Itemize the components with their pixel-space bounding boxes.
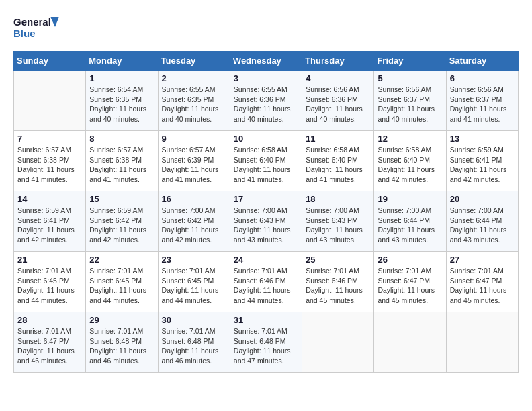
calendar-cell: 29Sunrise: 7:01 AM Sunset: 6:48 PM Dayli… xyxy=(86,312,158,373)
calendar-cell: 26Sunrise: 7:01 AM Sunset: 6:47 PM Dayli… xyxy=(374,252,446,312)
calendar-cell xyxy=(446,312,518,373)
calendar-cell: 10Sunrise: 6:58 AM Sunset: 6:40 PM Dayli… xyxy=(230,131,302,191)
logo: GeneralBlue xyxy=(13,13,60,40)
day-info: Sunrise: 7:00 AM Sunset: 6:44 PM Dayligh… xyxy=(450,205,515,245)
day-info: Sunrise: 6:59 AM Sunset: 6:41 PM Dayligh… xyxy=(17,205,82,245)
day-info: Sunrise: 6:55 AM Sunset: 6:35 PM Dayligh… xyxy=(162,85,226,124)
calendar-cell: 19Sunrise: 7:00 AM Sunset: 6:44 PM Dayli… xyxy=(374,191,446,252)
calendar-cell xyxy=(14,71,86,131)
day-header: Wednesday xyxy=(230,52,302,71)
calendar-week-row: 1Sunrise: 6:54 AM Sunset: 6:35 PM Daylig… xyxy=(14,71,519,131)
calendar-cell: 13Sunrise: 6:59 AM Sunset: 6:41 PM Dayli… xyxy=(446,131,518,191)
day-number: 30 xyxy=(162,315,226,325)
day-number: 17 xyxy=(234,194,298,204)
day-header: Tuesday xyxy=(158,52,230,71)
calendar-week-row: 14Sunrise: 6:59 AM Sunset: 6:41 PM Dayli… xyxy=(14,191,519,252)
calendar-cell: 22Sunrise: 7:01 AM Sunset: 6:45 PM Dayli… xyxy=(86,252,158,312)
day-number: 28 xyxy=(17,315,82,325)
day-number: 21 xyxy=(17,255,82,265)
day-number: 11 xyxy=(306,134,370,144)
day-info: Sunrise: 7:01 AM Sunset: 6:45 PM Dayligh… xyxy=(162,266,226,306)
day-header: Sunday xyxy=(14,52,86,71)
day-number: 3 xyxy=(234,73,298,83)
calendar-week-row: 21Sunrise: 7:01 AM Sunset: 6:45 PM Dayli… xyxy=(14,252,519,312)
day-number: 13 xyxy=(450,134,515,144)
day-info: Sunrise: 6:57 AM Sunset: 6:38 PM Dayligh… xyxy=(17,145,82,185)
calendar-cell: 4Sunrise: 6:56 AM Sunset: 6:36 PM Daylig… xyxy=(302,71,374,131)
day-number: 19 xyxy=(378,194,442,204)
day-number: 12 xyxy=(378,134,442,144)
day-info: Sunrise: 6:56 AM Sunset: 6:37 PM Dayligh… xyxy=(450,85,515,124)
day-info: Sunrise: 7:01 AM Sunset: 6:47 PM Dayligh… xyxy=(17,326,82,366)
day-info: Sunrise: 7:00 AM Sunset: 6:44 PM Dayligh… xyxy=(378,205,442,245)
calendar-cell xyxy=(374,312,446,373)
day-header: Monday xyxy=(86,52,158,71)
calendar-cell: 20Sunrise: 7:00 AM Sunset: 6:44 PM Dayli… xyxy=(446,191,518,252)
calendar-cell: 27Sunrise: 7:01 AM Sunset: 6:47 PM Dayli… xyxy=(446,252,518,312)
day-info: Sunrise: 7:01 AM Sunset: 6:48 PM Dayligh… xyxy=(162,326,226,366)
page-header: GeneralBlue xyxy=(13,13,519,40)
day-info: Sunrise: 6:54 AM Sunset: 6:35 PM Dayligh… xyxy=(89,85,154,124)
day-number: 7 xyxy=(17,134,82,144)
calendar-cell: 12Sunrise: 6:58 AM Sunset: 6:40 PM Dayli… xyxy=(374,131,446,191)
day-header: Thursday xyxy=(302,52,374,71)
calendar-cell: 1Sunrise: 6:54 AM Sunset: 6:35 PM Daylig… xyxy=(86,71,158,131)
day-info: Sunrise: 6:56 AM Sunset: 6:36 PM Dayligh… xyxy=(306,85,370,124)
calendar-cell: 15Sunrise: 6:59 AM Sunset: 6:42 PM Dayli… xyxy=(86,191,158,252)
day-info: Sunrise: 7:01 AM Sunset: 6:46 PM Dayligh… xyxy=(306,266,370,306)
day-info: Sunrise: 6:57 AM Sunset: 6:38 PM Dayligh… xyxy=(89,145,154,185)
calendar-cell: 2Sunrise: 6:55 AM Sunset: 6:35 PM Daylig… xyxy=(158,71,230,131)
day-number: 27 xyxy=(450,255,515,265)
day-number: 2 xyxy=(162,73,226,83)
day-info: Sunrise: 6:58 AM Sunset: 6:40 PM Dayligh… xyxy=(306,145,370,185)
calendar-cell: 8Sunrise: 6:57 AM Sunset: 6:38 PM Daylig… xyxy=(86,131,158,191)
calendar-cell: 6Sunrise: 6:56 AM Sunset: 6:37 PM Daylig… xyxy=(446,71,518,131)
calendar-cell: 14Sunrise: 6:59 AM Sunset: 6:41 PM Dayli… xyxy=(14,191,86,252)
day-number: 14 xyxy=(17,194,82,204)
day-info: Sunrise: 7:01 AM Sunset: 6:45 PM Dayligh… xyxy=(17,266,82,306)
day-number: 26 xyxy=(378,255,442,265)
day-info: Sunrise: 7:00 AM Sunset: 6:43 PM Dayligh… xyxy=(234,205,298,245)
day-number: 4 xyxy=(306,73,370,83)
logo-svg: GeneralBlue xyxy=(13,13,60,40)
calendar-cell: 31Sunrise: 7:01 AM Sunset: 6:48 PM Dayli… xyxy=(230,312,302,373)
day-info: Sunrise: 7:01 AM Sunset: 6:46 PM Dayligh… xyxy=(234,266,298,306)
calendar-cell: 21Sunrise: 7:01 AM Sunset: 6:45 PM Dayli… xyxy=(14,252,86,312)
calendar-cell: 18Sunrise: 7:00 AM Sunset: 6:43 PM Dayli… xyxy=(302,191,374,252)
calendar-cell: 25Sunrise: 7:01 AM Sunset: 6:46 PM Dayli… xyxy=(302,252,374,312)
day-number: 25 xyxy=(306,255,370,265)
calendar-cell xyxy=(302,312,374,373)
calendar-body: 1Sunrise: 6:54 AM Sunset: 6:35 PM Daylig… xyxy=(14,71,519,373)
day-number: 8 xyxy=(89,134,154,144)
day-number: 18 xyxy=(306,194,370,204)
day-info: Sunrise: 7:01 AM Sunset: 6:45 PM Dayligh… xyxy=(89,266,154,306)
day-info: Sunrise: 6:56 AM Sunset: 6:37 PM Dayligh… xyxy=(378,85,442,124)
svg-marker-2 xyxy=(50,17,59,27)
day-number: 20 xyxy=(450,194,515,204)
calendar-cell: 7Sunrise: 6:57 AM Sunset: 6:38 PM Daylig… xyxy=(14,131,86,191)
calendar-header-row: SundayMondayTuesdayWednesdayThursdayFrid… xyxy=(14,52,519,71)
day-number: 22 xyxy=(89,255,154,265)
day-info: Sunrise: 7:01 AM Sunset: 6:48 PM Dayligh… xyxy=(89,326,154,366)
day-info: Sunrise: 6:58 AM Sunset: 6:40 PM Dayligh… xyxy=(378,145,442,185)
day-number: 5 xyxy=(378,73,442,83)
day-number: 15 xyxy=(89,194,154,204)
day-info: Sunrise: 6:55 AM Sunset: 6:36 PM Dayligh… xyxy=(234,85,298,124)
day-info: Sunrise: 7:01 AM Sunset: 6:48 PM Dayligh… xyxy=(234,326,298,366)
day-number: 29 xyxy=(89,315,154,325)
day-info: Sunrise: 7:00 AM Sunset: 6:43 PM Dayligh… xyxy=(306,205,370,245)
calendar-week-row: 7Sunrise: 6:57 AM Sunset: 6:38 PM Daylig… xyxy=(14,131,519,191)
calendar-cell: 28Sunrise: 7:01 AM Sunset: 6:47 PM Dayli… xyxy=(14,312,86,373)
day-header: Friday xyxy=(374,52,446,71)
day-number: 24 xyxy=(234,255,298,265)
day-number: 6 xyxy=(450,73,515,83)
calendar-week-row: 28Sunrise: 7:01 AM Sunset: 6:47 PM Dayli… xyxy=(14,312,519,373)
svg-text:Blue: Blue xyxy=(13,28,36,39)
day-number: 31 xyxy=(234,315,298,325)
day-number: 9 xyxy=(162,134,226,144)
calendar-cell: 23Sunrise: 7:01 AM Sunset: 6:45 PM Dayli… xyxy=(158,252,230,312)
day-number: 23 xyxy=(162,255,226,265)
day-number: 1 xyxy=(89,73,154,83)
calendar-cell: 9Sunrise: 6:57 AM Sunset: 6:39 PM Daylig… xyxy=(158,131,230,191)
day-info: Sunrise: 7:01 AM Sunset: 6:47 PM Dayligh… xyxy=(378,266,442,306)
